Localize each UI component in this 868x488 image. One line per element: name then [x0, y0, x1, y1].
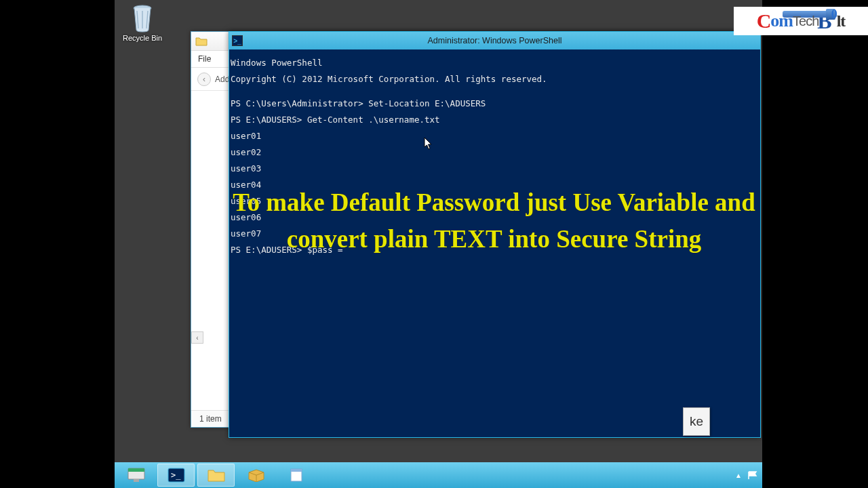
console-line: user01	[231, 132, 759, 140]
svg-rect-3	[134, 479, 139, 482]
tray-overflow-arrow[interactable]: ▲	[735, 472, 742, 479]
brand-zero: 0	[831, 7, 837, 22]
overlay-ke-box: ke	[683, 407, 710, 436]
taskbar-server-manager[interactable]	[117, 464, 155, 487]
box-icon	[248, 468, 265, 482]
powershell-titlebar[interactable]: >_ Administrator: Windows PowerShell	[229, 32, 760, 49]
console-line: Windows PowerShell	[231, 59, 759, 67]
recycle-bin[interactable]: Recycle Bin	[120, 4, 165, 42]
taskbar-powershell[interactable]: >_	[157, 464, 195, 487]
recycle-bin-icon	[130, 4, 155, 33]
taskbar-file-explorer[interactable]	[197, 464, 235, 487]
system-tray: ▲	[735, 462, 758, 488]
svg-rect-2	[128, 468, 144, 472]
brand-word-tech: Tech	[793, 14, 818, 29]
desktop: Recycle Bin File ‹ Add ‹ 1 item >_ Admin…	[115, 0, 762, 462]
taskbar: >_ ▲	[115, 462, 762, 488]
taskbar-app-3[interactable]	[237, 464, 275, 487]
console-line: user03	[231, 165, 759, 173]
notepad-icon	[288, 467, 304, 483]
svg-text:>_: >_	[171, 470, 181, 480]
taskbar-notepad[interactable]	[277, 464, 315, 487]
back-button[interactable]: ‹	[197, 73, 211, 86]
annotation-text: To make Default Password just Use Variab…	[229, 184, 760, 257]
powershell-title: Administrator: Windows PowerShell	[428, 36, 562, 45]
recycle-bin-label: Recycle Bin	[120, 34, 165, 42]
file-menu[interactable]: File	[191, 52, 218, 66]
console-line: PS E:\ADUSERS> Get-Content .\username.tx…	[231, 116, 759, 124]
breadcrumb-text: Add	[215, 75, 229, 84]
svg-rect-7	[291, 469, 302, 472]
brand-letter-c: C	[757, 9, 771, 33]
folder-taskbar-icon	[207, 468, 226, 483]
console-line: Copyright (C) 2012 Microsoft Corporation…	[231, 75, 759, 83]
console-line: user02	[231, 148, 759, 157]
item-count: 1 item	[199, 414, 222, 424]
powershell-taskbar-icon: >_	[167, 468, 185, 483]
brand-logo: C om Tech B 0 lt	[734, 7, 868, 35]
server-manager-icon	[127, 467, 146, 483]
scroll-left-button[interactable]: ‹	[191, 331, 203, 344]
action-center-icon[interactable]	[747, 470, 758, 480]
folder-icon	[195, 37, 208, 46]
brand-letters-lt: lt	[837, 12, 846, 30]
console-line: PS C:\Users\Administrator> Set-Location …	[231, 100, 759, 108]
powershell-icon: >_	[232, 35, 243, 46]
